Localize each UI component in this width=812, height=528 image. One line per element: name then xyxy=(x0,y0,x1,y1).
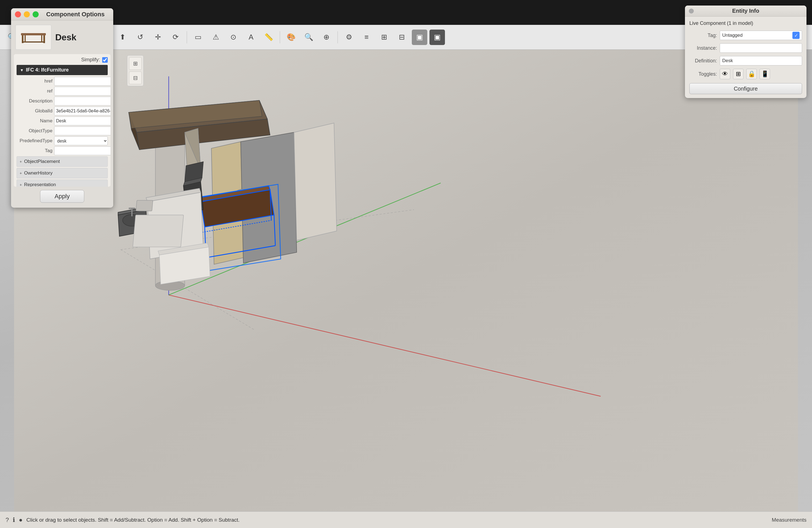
toggle-copy-icon[interactable]: ⊞ xyxy=(733,69,743,79)
warning-button[interactable]: ⚠ xyxy=(208,30,223,45)
field-label-objecttype: ObjectType xyxy=(17,128,53,134)
field-input-globalid[interactable] xyxy=(54,107,111,115)
entity-definition-value: Desk xyxy=(720,56,802,65)
viewport-btn-2[interactable]: ⊟ xyxy=(129,72,142,84)
field-label-predefinedtype: PredefinedType xyxy=(17,138,53,144)
move-button[interactable]: ✛ xyxy=(150,30,166,45)
flip-button[interactable]: ⟳ xyxy=(168,30,184,45)
field-input-ref[interactable] xyxy=(54,87,111,96)
section-representation-label: Representation xyxy=(24,182,56,187)
status-text: Click or drag to select objects. Shift =… xyxy=(27,517,768,523)
push-pull-button[interactable]: ⬆ xyxy=(115,30,130,45)
form-area: Simplify: ▼ IFC 4: IfcFurniture href ref… xyxy=(14,54,111,187)
text-button[interactable]: A xyxy=(243,30,259,45)
window-minimize-btn[interactable] xyxy=(24,11,30,17)
entity-close-button[interactable] xyxy=(689,9,694,14)
svg-rect-43 xyxy=(21,33,46,35)
tape-button[interactable]: 📏 xyxy=(261,30,276,45)
panel-titlebar: Component Options xyxy=(11,8,113,20)
entity-subtitle: Live Component (1 in model) xyxy=(690,20,802,26)
entity-tag-row: Tag: Untagged ✓ xyxy=(690,31,802,40)
section-ownerhistory-label: OwnerHistory xyxy=(24,171,53,176)
section-button[interactable]: ⊟ xyxy=(394,30,410,45)
separator-3 xyxy=(280,31,280,43)
section-objectplacement: + ObjectPlacement xyxy=(17,156,108,167)
simplify-checkbox[interactable] xyxy=(102,57,108,63)
section-objectplacement-icon: + xyxy=(19,159,22,164)
section-representation-icon: + xyxy=(19,182,22,187)
field-select-predefinedtype[interactable]: desk table workstation xyxy=(54,136,108,145)
panel-content: Desk Simplify: ▼ IFC 4: IfcFurniture hre… xyxy=(11,20,113,208)
rectangle-button[interactable]: ▭ xyxy=(190,30,206,45)
svg-rect-40 xyxy=(133,215,184,247)
component-panel: Component Options Desk Simplify: xyxy=(11,8,113,208)
stack-button[interactable]: ⊞ xyxy=(376,30,392,45)
toggle-visible-icon[interactable]: 👁 xyxy=(720,69,730,79)
field-row-tag: Tag xyxy=(17,146,108,155)
separator-2 xyxy=(187,31,187,43)
entity-tag-check: ✓ xyxy=(793,32,800,39)
measurements-label: Measurements xyxy=(772,517,807,523)
entity-tag-label: Tag: xyxy=(690,33,717,39)
toggle-mobile-icon[interactable]: 📱 xyxy=(759,69,770,79)
scene-svg xyxy=(0,50,812,511)
field-input-href[interactable] xyxy=(54,77,111,86)
toggle-lock-icon[interactable]: 🔒 xyxy=(746,69,757,79)
field-row-ref: ref xyxy=(17,87,108,96)
entity-toggles-row: Toggles: 👁 ⊞ 🔒 📱 xyxy=(690,69,802,79)
field-row-description: Description xyxy=(17,97,108,105)
paint-button[interactable]: 🎨 xyxy=(284,30,299,45)
zoom-fit-button[interactable]: ⊕ xyxy=(319,30,334,45)
field-label-ref: ref xyxy=(17,88,53,94)
entity-definition-row: Definition: Desk xyxy=(690,56,802,65)
section-representation-header[interactable]: + Representation xyxy=(17,180,107,187)
entity-definition-label: Definition: xyxy=(690,58,717,64)
status-info-icon: ℹ xyxy=(13,516,15,524)
orbit-button[interactable]: 🔍 xyxy=(301,30,317,45)
section-ownerhistory: + OwnerHistory xyxy=(17,168,108,178)
simplify-label: Simplify: xyxy=(81,57,100,63)
settings-button[interactable]: ⚙ xyxy=(341,30,357,45)
rotate-button[interactable]: ↺ xyxy=(133,30,148,45)
ifc-header-label: IFC 4: IfcFurniture xyxy=(26,67,69,73)
view-button[interactable]: ▣ xyxy=(412,30,427,45)
section-representation: + Representation xyxy=(17,179,108,187)
apply-button[interactable]: Apply xyxy=(40,190,84,203)
field-input-description[interactable] xyxy=(54,97,111,105)
section-ownerhistory-header[interactable]: + OwnerHistory xyxy=(17,168,107,178)
panel-title: Component Options xyxy=(41,11,110,18)
entity-tag-value: Untagged ✓ xyxy=(720,31,802,40)
svg-marker-19 xyxy=(294,123,337,240)
active-button[interactable]: ▣ xyxy=(430,30,445,45)
field-row-objecttype: ObjectType xyxy=(17,127,108,135)
layers-button[interactable]: ≡ xyxy=(359,30,374,45)
viewport-left-toolbar: ⊞ ⊟ xyxy=(127,55,144,86)
field-label-description: Description xyxy=(17,98,53,104)
viewport-btn-1[interactable]: ⊞ xyxy=(129,57,142,70)
entity-panel-titlebar: Entity Info xyxy=(685,5,807,17)
section-ownerhistory-icon: + xyxy=(19,171,22,175)
configure-button[interactable]: Configure xyxy=(690,83,802,94)
section-objectplacement-label: ObjectPlacement xyxy=(24,159,60,164)
field-input-name[interactable] xyxy=(54,117,111,126)
entity-instance-row: Instance: xyxy=(690,43,802,53)
section-objectplacement-header[interactable]: + ObjectPlacement xyxy=(17,157,107,166)
component-thumbnail xyxy=(15,25,52,50)
svg-rect-48 xyxy=(41,35,42,42)
viewport[interactable]: ⊞ ⊟ xyxy=(0,50,812,511)
status-cursor-icon: ● xyxy=(19,516,23,524)
field-label-globalid: GlobalId xyxy=(17,108,53,114)
field-input-objecttype[interactable] xyxy=(54,127,111,135)
field-row-globalid: GlobalId xyxy=(17,107,108,115)
window-close-btn[interactable] xyxy=(15,11,21,17)
component-name-label: Desk xyxy=(55,32,76,43)
entity-instance-label: Instance: xyxy=(690,45,717,51)
status-question-icon: ? xyxy=(5,516,9,524)
ifc-header: ▼ IFC 4: IfcFurniture xyxy=(17,65,108,75)
simplify-row: Simplify: xyxy=(17,57,108,63)
field-label-tag: Tag xyxy=(17,148,53,153)
field-input-tag[interactable] xyxy=(54,146,111,155)
circle-button[interactable]: ⊙ xyxy=(226,30,241,45)
field-label-name: Name xyxy=(17,118,53,124)
window-maximize-btn[interactable] xyxy=(33,11,39,17)
